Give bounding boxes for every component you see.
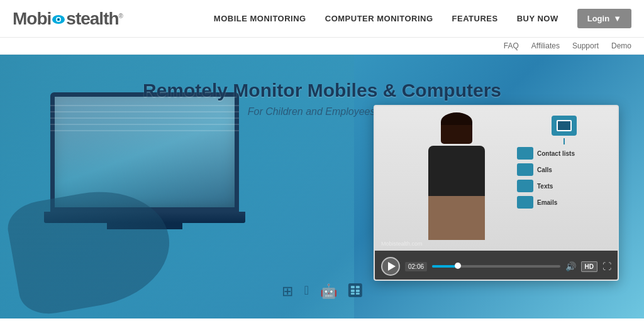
svg-rect-9 xyxy=(356,293,360,295)
apple-icon:  xyxy=(304,283,309,300)
diagram-device-icon xyxy=(552,116,577,136)
blackberry-icon xyxy=(348,283,362,297)
windows-icon: ⊞ xyxy=(282,283,293,300)
video-timestamp: 02:06 xyxy=(405,262,427,271)
logo-mobi: Mobi xyxy=(13,9,51,28)
nav-features[interactable]: FEATURES xyxy=(452,14,498,23)
android-icon: 🤖 xyxy=(320,283,337,300)
play-triangle-icon xyxy=(388,262,396,271)
svg-rect-8 xyxy=(351,293,355,295)
hero-title: Remotely Monitor Mobiles & Computers xyxy=(143,80,501,101)
logo[interactable]: Mobi stealth® xyxy=(13,9,123,29)
logo-reg: ® xyxy=(119,12,123,19)
progress-fill xyxy=(432,265,458,268)
volume-icon[interactable]: 🔊 xyxy=(565,261,576,271)
logo-text: Mobi stealth® xyxy=(13,9,123,29)
svg-rect-5 xyxy=(356,286,360,288)
svg-rect-7 xyxy=(356,290,360,292)
nav-buy-now[interactable]: BUY NOW xyxy=(517,14,558,23)
progress-bar[interactable] xyxy=(432,265,560,268)
fullscreen-icon[interactable]: ⛶ xyxy=(602,261,611,271)
hd-badge: HD xyxy=(581,261,597,272)
video-player[interactable]: Contact lists Calls Texts Emails Mobiste… xyxy=(374,105,619,281)
login-label: Login xyxy=(587,14,609,23)
nav-mobile-monitoring[interactable]: MOBILE MONITORING xyxy=(214,14,306,23)
diagram-contact-lists: Contact lists xyxy=(517,147,611,160)
video-controls-bar: 02:06 🔊 HD ⛶ xyxy=(375,251,618,281)
svg-point-3 xyxy=(58,19,59,20)
diagram-emails: Emails xyxy=(517,196,611,209)
video-watermark: Mobistealth.com xyxy=(381,241,423,247)
presenter-figure xyxy=(406,112,507,244)
svg-rect-4 xyxy=(351,286,355,288)
main-nav: MOBILE MONITORING COMPUTER MONITORING FE… xyxy=(214,9,631,28)
sub-nav-affiliates[interactable]: Affiliates xyxy=(531,41,560,50)
diagram-area: Contact lists Calls Texts Emails xyxy=(517,116,611,212)
play-button[interactable] xyxy=(381,257,400,276)
sub-nav-demo[interactable]: Demo xyxy=(611,41,631,50)
platform-icons-row: ⊞  🤖 xyxy=(282,283,362,300)
header: Mobi stealth® MOBILE MONITORING COMPUTER… xyxy=(0,0,644,38)
logo-eye-icon xyxy=(52,14,65,25)
diagram-texts: Texts xyxy=(517,180,611,192)
chevron-down-icon: ▼ xyxy=(613,14,621,23)
logo-stealth: stealth xyxy=(66,9,118,28)
diagram-calls: Calls xyxy=(517,163,611,176)
login-button[interactable]: Login ▼ xyxy=(577,9,631,28)
nav-computer-monitoring[interactable]: COMPUTER MONITORING xyxy=(325,14,433,23)
svg-rect-6 xyxy=(351,290,355,292)
video-content-area: Contact lists Calls Texts Emails xyxy=(375,106,618,251)
sub-nav: FAQ Affiliates Support Demo xyxy=(0,38,644,55)
sub-nav-support[interactable]: Support xyxy=(572,41,599,50)
diagram-connector-icon xyxy=(564,138,565,144)
hero-section: Remotely Monitor Mobiles & Computers For… xyxy=(0,55,644,318)
sub-nav-faq[interactable]: FAQ xyxy=(504,41,519,50)
progress-dot-icon xyxy=(455,263,461,269)
